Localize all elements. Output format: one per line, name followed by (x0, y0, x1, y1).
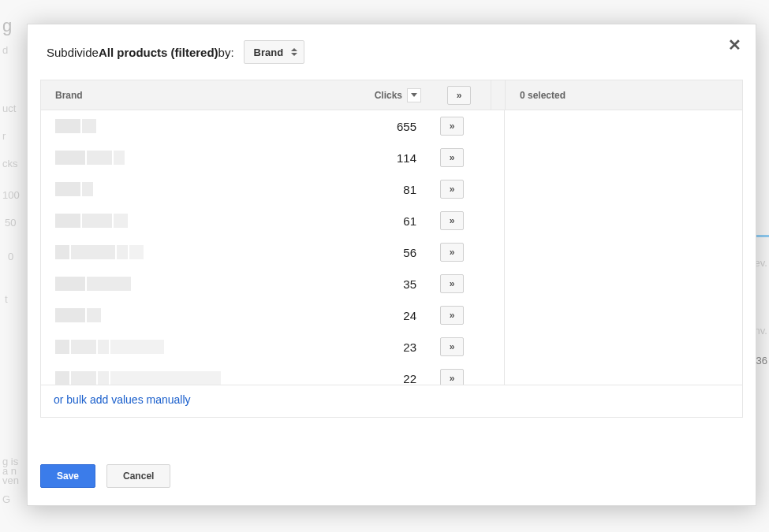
brand-cell-redacted (41, 119, 309, 133)
dropdown-value: Brand (254, 47, 284, 58)
table-row: 56» (41, 236, 504, 268)
table-header: Brand Clicks » 0 selected (41, 80, 742, 110)
brand-list-scroll[interactable]: 655»114»81»61»56»35»24»23»22»»» (41, 110, 505, 385)
col-brand[interactable]: Brand (41, 90, 309, 101)
brand-panel: Brand Clicks » 0 selected 655»114»81»61»… (40, 80, 743, 418)
subdivide-target: All products (filtered) (99, 46, 218, 59)
brand-cell-redacted (41, 182, 309, 196)
table-row: 22» (41, 363, 504, 385)
add-row-button[interactable]: » (440, 211, 464, 230)
sort-desc-button[interactable] (407, 88, 421, 102)
brand-cell-redacted (41, 245, 309, 259)
clicks-cell: 35 (309, 277, 427, 291)
subdivide-dialog: ✕ Subdivide All products (filtered) by: … (27, 24, 756, 506)
brand-cell-redacted (41, 277, 309, 291)
add-row-button[interactable]: » (440, 117, 464, 136)
scrollbar-gutter (491, 80, 505, 110)
add-row-button[interactable]: » (440, 274, 464, 293)
table-row: 23» (41, 331, 504, 363)
brand-cell-redacted (41, 371, 309, 385)
clicks-cell: 56 (309, 246, 427, 259)
brand-cell-redacted (41, 151, 309, 165)
table-row: 61» (41, 205, 504, 236)
clicks-cell: 655 (309, 120, 427, 133)
close-icon[interactable]: ✕ (728, 35, 741, 54)
clicks-cell: 22 (309, 372, 427, 385)
table-row: 655» (41, 110, 504, 142)
brand-cell-redacted (41, 308, 309, 322)
add-row-button[interactable]: » (440, 337, 464, 356)
subdivide-suffix: by: (218, 46, 234, 59)
table-row: 81» (41, 173, 504, 205)
clicks-cell: 23 (309, 340, 427, 354)
dialog-footer: Save Cancel (28, 447, 756, 505)
subdivide-prefix: Subdivide (47, 46, 99, 59)
add-row-button[interactable]: » (440, 148, 464, 167)
clicks-cell: 61 (309, 214, 427, 228)
sort-updown-icon (291, 48, 297, 56)
add-row-button[interactable]: » (440, 369, 464, 385)
dialog-header: Subdivide All products (filtered) by: Br… (28, 24, 756, 80)
table-row: 35» (41, 268, 504, 299)
subdivide-by-dropdown[interactable]: Brand (244, 40, 305, 64)
add-all-button[interactable]: » (447, 86, 471, 105)
clicks-cell: 81 (309, 183, 427, 196)
clicks-cell: 24 (309, 309, 427, 322)
table-row: 24» (41, 299, 504, 331)
clicks-cell: 114 (309, 151, 427, 165)
selected-count: 0 selected (505, 80, 742, 110)
chevron-down-icon (411, 93, 417, 97)
table-row: 114» (41, 142, 504, 173)
add-row-button[interactable]: » (440, 243, 464, 262)
selected-panel (505, 110, 742, 385)
brand-cell-redacted (41, 214, 309, 228)
brand-cell-redacted (41, 340, 309, 354)
cancel-button[interactable]: Cancel (106, 464, 170, 488)
col-clicks-label: Clicks (375, 90, 402, 101)
col-clicks[interactable]: Clicks (309, 88, 427, 102)
save-button[interactable]: Save (40, 464, 95, 488)
add-row-button[interactable]: » (440, 180, 464, 199)
add-row-button[interactable]: » (440, 306, 464, 325)
bulk-add-link[interactable]: or bulk add values manually (54, 393, 191, 406)
